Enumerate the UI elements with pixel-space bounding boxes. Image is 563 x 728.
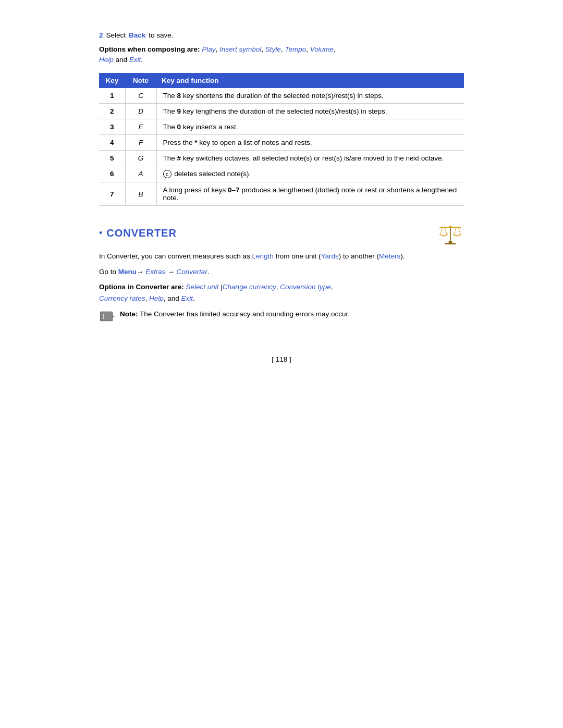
opt-volume[interactable]: Volume xyxy=(310,45,334,53)
converter-section: • CONVERTER xyxy=(99,220,464,324)
opt-tempo[interactable]: Tempo xyxy=(285,45,306,53)
converter-scale-icon xyxy=(437,220,464,245)
copyright-symbol: c xyxy=(163,170,172,178)
note-cell: B xyxy=(125,182,156,206)
step-back-link[interactable]: Back xyxy=(129,31,145,39)
table-row: 3 E The 0 key inserts a rest. xyxy=(99,119,464,134)
opt-help[interactable]: Help xyxy=(99,56,114,64)
note-content: The Converter has limited accuracy and r… xyxy=(140,310,350,318)
svg-line-4 xyxy=(440,228,442,234)
converter-intro-para: In Converter, you can convert measures s… xyxy=(99,251,464,262)
table-row: 6 A c deletes selected note(s). xyxy=(99,166,464,182)
page: 2 Select Back to save. Options when comp… xyxy=(99,0,464,728)
note-cell: F xyxy=(125,134,156,150)
select-unit-link[interactable]: Select unit xyxy=(186,283,219,291)
converter-body: In Converter, you can convert measures s… xyxy=(99,251,464,324)
converter-link[interactable]: Converter xyxy=(177,268,207,276)
currency-rates-link[interactable]: Currency rates xyxy=(99,294,145,302)
col-key: Key xyxy=(99,73,125,88)
change-currency-link[interactable]: Change currency xyxy=(223,283,276,291)
table-row: 1 C The 8 key shortens the duration of t… xyxy=(99,88,464,104)
svg-line-5 xyxy=(445,228,447,234)
svg-rect-1 xyxy=(445,243,456,245)
opt-exit[interactable]: Exit xyxy=(129,56,141,64)
table-header-row: Key Note Key and function xyxy=(99,73,464,88)
note-box: i Note: The Converter has limited accura… xyxy=(99,309,464,324)
note-cell: C xyxy=(125,88,156,104)
conversion-type-link[interactable]: Conversion type xyxy=(280,283,331,291)
table-row: 4 F Press the * key to open a list of no… xyxy=(99,134,464,150)
svg-point-8 xyxy=(449,226,451,228)
opt-play[interactable]: Play xyxy=(202,45,215,53)
meters-link[interactable]: Meters xyxy=(379,252,400,260)
svg-rect-10 xyxy=(101,312,112,321)
converter-options-para: Options in Converter are: Select unit |C… xyxy=(99,281,464,304)
converter-header: • CONVERTER xyxy=(99,220,464,245)
step-2-line: 2 Select Back to save. xyxy=(99,31,464,39)
function-cell: c deletes selected note(s). xyxy=(156,166,464,182)
step-suffix: to save. xyxy=(149,31,173,39)
function-cell: The 9 key lengthens the duration of the … xyxy=(156,103,464,119)
function-cell: Press the * key to open a list of notes … xyxy=(156,134,464,150)
key-cell: 1 xyxy=(99,88,125,104)
key-cell: 2 xyxy=(99,103,125,119)
svg-rect-2 xyxy=(450,226,451,242)
note-cell: A xyxy=(125,166,156,182)
help-link[interactable]: Help xyxy=(149,294,164,302)
extras-link[interactable]: Extras xyxy=(145,268,165,276)
converter-goto-para: Go to Menu→ Extras → Converter. xyxy=(99,266,464,278)
note-icon: i xyxy=(99,310,115,323)
function-cell: A long press of keys 0–7 produces a leng… xyxy=(156,182,464,206)
key-cell: 6 xyxy=(99,166,125,182)
converter-title: CONVERTER xyxy=(106,227,177,239)
col-function: Key and function xyxy=(156,73,464,88)
function-cell: The 8 key shortens the duration of the s… xyxy=(156,88,464,104)
function-cell: The # key switches octaves, all selected… xyxy=(156,150,464,166)
key-cell: 5 xyxy=(99,150,125,166)
length-link[interactable]: Length xyxy=(252,252,273,260)
yards-link[interactable]: Yards xyxy=(321,252,339,260)
key-cell: 3 xyxy=(99,119,125,134)
svg-text:i: i xyxy=(103,313,105,320)
key-cell: 7 xyxy=(99,182,125,206)
key-function-table: Key Note Key and function 1 C The 8 key … xyxy=(99,73,464,206)
section-bullet: • xyxy=(99,228,102,239)
page-number: [ 118 ] xyxy=(99,355,464,363)
table-row: 2 D The 9 key lengthens the duration of … xyxy=(99,103,464,119)
exit-link[interactable]: Exit xyxy=(181,294,193,302)
options-composing-label: Options when composing are: xyxy=(99,45,200,53)
key-cell: 4 xyxy=(99,134,125,150)
svg-marker-11 xyxy=(113,316,115,318)
svg-line-6 xyxy=(454,228,456,234)
col-note: Note xyxy=(125,73,156,88)
table-row: 5 G The # key switches octaves, all sele… xyxy=(99,150,464,166)
svg-line-7 xyxy=(459,228,460,234)
note-cell: D xyxy=(125,103,156,119)
note-text: Note: The Converter has limited accuracy… xyxy=(120,309,350,319)
menu-link[interactable]: Menu xyxy=(118,268,137,276)
opt-insert-symbol[interactable]: Insert symbol xyxy=(219,45,261,53)
note-label: Note: xyxy=(120,310,138,318)
options-label: Options in Converter are: xyxy=(99,283,184,291)
opt-style[interactable]: Style xyxy=(265,45,281,53)
options-composing-line: Options when composing are: Play, Insert… xyxy=(99,44,464,66)
step-number: 2 xyxy=(99,31,103,39)
converter-intro-text: In Converter, you can convert measures s… xyxy=(99,252,250,260)
function-cell: The 0 key inserts a rest. xyxy=(156,119,464,134)
table-row: 7 B A long press of keys 0–7 produces a … xyxy=(99,182,464,206)
page-number-text: [ 118 ] xyxy=(272,355,291,363)
step-text: Select xyxy=(106,31,126,39)
converter-title-row: • CONVERTER xyxy=(99,227,177,239)
note-cell: G xyxy=(125,150,156,166)
note-cell: E xyxy=(125,119,156,134)
